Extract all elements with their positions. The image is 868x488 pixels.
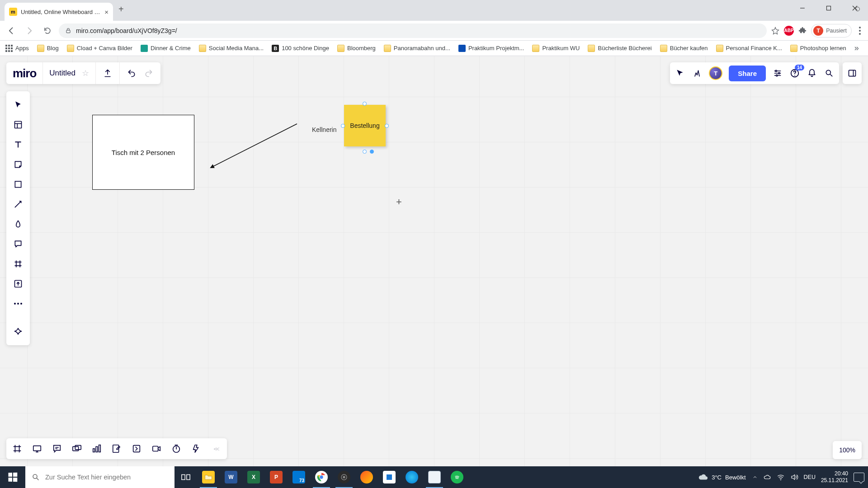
bookmark-favicon [199,45,206,52]
bookmark-label: Photoshop lernen [800,45,846,52]
shape-rectangle[interactable]: Tisch mit 2 Personen [92,115,194,190]
clock-time: 20:40 [821,470,848,477]
miro-app: miro Untitled ☆ T Share 14 [0,56,868,466]
wifi-icon[interactable] [777,473,785,481]
action-center-icon[interactable] [854,473,864,482]
powerpoint-icon[interactable]: P [265,466,288,488]
svg-line-30 [212,124,297,167]
svg-rect-33 [187,475,190,480]
bookmark-item[interactable]: Bücherliste Bücherei [588,45,651,52]
volume-icon[interactable] [790,473,798,481]
notepad-icon[interactable] [423,466,446,488]
bookmarks-bar: Apps BlogCload + Canva BilderDinner & Cr… [0,41,868,56]
window-controls [789,0,868,16]
taskbar-tray: 3°C Bewölkt DEU 20:40 25.11.2021 [698,466,868,488]
bookmark-item[interactable]: Personal Finance K... [716,45,782,52]
crosshair-cursor: + [396,196,402,208]
back-button[interactable] [5,24,18,38]
rotate-handle[interactable] [370,150,374,154]
taskbar-clock[interactable]: 20:40 25.11.2021 [821,470,848,484]
taskbar-search[interactable] [25,466,175,488]
address-bar-actions: ABP T Pausiert [771,24,863,38]
edge-icon[interactable] [401,466,423,488]
bookmark-item[interactable]: Bücher kaufen [660,45,708,52]
bookmark-label: Cload + Canva Bilder [77,45,132,52]
bookmark-item[interactable]: Cload + Canva Bilder [67,45,132,52]
bookmark-favicon [141,45,148,52]
language-indicator[interactable]: DEU [804,474,816,480]
close-tab-icon[interactable]: × [104,8,108,16]
bookmark-item[interactable]: Dinner & Crime [141,45,191,52]
bookmark-label: Social Media Mana... [209,45,264,52]
bookmark-item[interactable]: Praktikum WU [532,45,580,52]
sticky-text: Bestellung [350,122,379,129]
spotify-icon[interactable] [446,466,468,488]
profile-avatar: T [813,26,823,36]
obs-icon[interactable] [333,466,355,488]
browser-chrome: m Untitled, Online Whiteboard for × + mi… [0,0,868,56]
explorer-icon[interactable] [197,466,220,488]
maximize-button[interactable] [816,0,842,16]
lock-icon [65,28,71,34]
start-button[interactable] [0,466,25,488]
selection-handle-w[interactable] [341,124,345,128]
task-view-icon[interactable] [175,466,197,488]
miro-favicon: m [9,8,17,16]
bookmark-item[interactable]: Photoshop lernen [790,45,846,52]
forward-button[interactable] [23,24,36,38]
selection-handle-n[interactable] [363,102,367,106]
new-tab-button[interactable]: + [118,4,124,14]
url-field[interactable]: miro.com/app/board/uXjVOf8yZ3g=/ [59,23,767,38]
bookmark-item[interactable]: B100 schöne Dinge [272,45,329,52]
bookmark-label: Bloomberg [347,45,376,52]
extensions-icon[interactable] [798,27,807,35]
bookmark-item[interactable]: Blog [37,45,59,52]
excel-icon[interactable]: X [242,466,265,488]
selection-handle-s[interactable] [363,150,367,154]
bookmark-item[interactable]: Praktikum Projektm... [458,45,524,52]
search-icon [32,473,40,481]
bookmark-item[interactable]: Bloomberg [337,45,376,52]
bookmark-label: Dinner & Crime [151,45,191,52]
bookmark-favicon: B [272,45,279,52]
shape-text: Tisch mit 2 Personen [112,149,175,156]
bookmark-item[interactable]: Social Media Mana... [199,45,264,52]
canvas[interactable]: Tisch mit 2 Personen Kellnerin Bestellun… [0,56,868,466]
taskbar-search-input[interactable] [45,474,168,481]
connector-arrow[interactable] [209,122,299,171]
svg-point-37 [343,476,345,478]
apps-shortcut[interactable]: Apps [5,45,29,52]
abp-extension-icon[interactable]: ABP [784,26,794,36]
chrome-icon[interactable] [310,466,333,488]
weather-widget[interactable]: 3°C Bewölkt [698,472,745,482]
onedrive-icon[interactable] [763,473,771,481]
tray-chevron-icon[interactable] [752,474,758,480]
calendar-icon[interactable]: 73 [288,466,310,488]
word-icon[interactable]: W [220,466,242,488]
close-window-button[interactable] [842,0,868,16]
chrome-menu-icon[interactable] [856,27,863,35]
bookmark-label: Praktikum Projektm... [468,45,524,52]
svg-rect-38 [387,474,392,480]
svg-rect-4 [66,30,70,33]
sticky-note[interactable]: Bestellung [344,105,386,146]
bookmark-label: Bücherliste Bücherei [598,45,651,52]
bookmarks-overflow-icon[interactable]: » [854,43,859,53]
svg-rect-1 [827,6,831,10]
bookmark-label: 100 schöne Dinge [282,45,329,52]
bookmark-star-icon[interactable] [771,27,779,35]
bookmark-favicon [337,45,344,52]
text-label[interactable]: Kellnerin [312,126,336,133]
profile-status: Pausiert [826,28,847,34]
profile-pill[interactable]: T Pausiert [811,24,852,38]
reload-button[interactable] [41,24,54,38]
bookmark-label: Bücher kaufen [670,45,708,52]
bookmark-item[interactable]: Panoramabahn und... [384,45,450,52]
app-icon-2[interactable] [378,466,401,488]
app-icon-1[interactable] [355,466,378,488]
taskbar-apps: W X P 73 [175,466,468,488]
browser-tab[interactable]: m Untitled, Online Whiteboard for × [5,3,113,21]
selection-handle-e[interactable] [385,124,389,128]
minimize-button[interactable] [789,0,816,16]
weather-cond: Bewölkt [725,474,746,481]
